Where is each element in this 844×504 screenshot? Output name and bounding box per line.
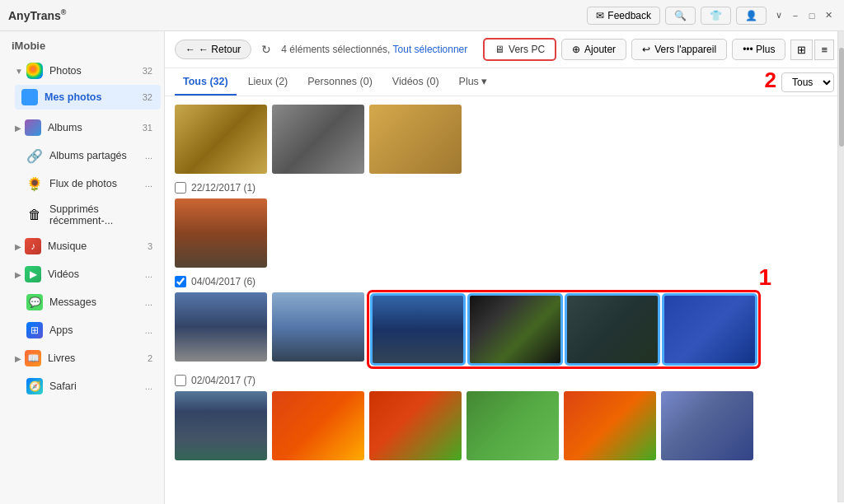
sidebar-item-safari[interactable]: 🧭 Safari ... (3, 373, 161, 399)
sidebar-item-mes-photos[interactable]: Mes photos 32 (15, 85, 161, 110)
expand-icon: ▶ (15, 242, 21, 251)
albums-icon (25, 119, 41, 136)
date-group-top (175, 105, 834, 174)
sidebar-item-label: Photos (49, 65, 139, 77)
tab-lieux[interactable]: Lieux (2) (240, 69, 297, 96)
sidebar-item-count: 2 (148, 353, 152, 363)
date-text: 04/04/2017 (6) (191, 276, 256, 287)
computer-icon: 🖥 (495, 44, 504, 55)
sidebar-item-albums[interactable]: ▶ Albums 31 (3, 114, 161, 141)
photo-thumb[interactable] (272, 105, 364, 174)
sidebar-item-musique[interactable]: ▶ ♪ Musique 3 (3, 233, 161, 259)
grid-icon: ⊞ (797, 44, 806, 56)
date-text: 22/12/2017 (1) (191, 182, 256, 194)
sidebar-item-label: Supprimés récemment-... (49, 203, 152, 226)
photo-thumb[interactable] (175, 105, 267, 174)
content-area: ← ← Retour ↻ 4 éléments sélectionnés, To… (165, 31, 844, 504)
date-checkbox[interactable] (175, 375, 186, 386)
date-label: 04/04/2017 (6) (175, 276, 834, 287)
photo-thumb-selected[interactable] (663, 295, 756, 364)
photo-thumb[interactable] (369, 105, 462, 174)
photo-thumb[interactable] (272, 292, 364, 362)
grid-view-button[interactable]: ⊞ (790, 40, 813, 60)
scrollbar-thumb (839, 48, 844, 147)
app-title: AnyTrans® (8, 8, 66, 22)
add-button[interactable]: ⊕ Ajouter (561, 39, 626, 60)
sidebar-item-livres[interactable]: ▶ 📖 Livres 2 (3, 345, 161, 371)
date-group-apr04-2017: 04/04/2017 (6) 1 (175, 276, 834, 366)
sidebar-item-count: ... (145, 269, 152, 279)
sidebar-item-videos[interactable]: ▶ ▶ Vidéos ... (3, 261, 161, 287)
expand-icon: ▼ (15, 67, 23, 76)
sidebar-item-apps[interactable]: ⊞ Apps ... (3, 317, 161, 343)
photo-thumb-selected[interactable] (372, 295, 464, 364)
chevron-down-btn[interactable]: ∨ (771, 8, 786, 23)
sidebar: iMobie ▼ Photos 32 Mes photos 32 ▶ Album… (0, 31, 165, 504)
title-bar: AnyTrans® ✉ Feedback 🔍 👕 👤 ∨ − □ ✕ (0, 0, 844, 31)
photo-row (175, 105, 834, 174)
expand-icon: ▶ (15, 354, 21, 363)
photo-thumb[interactable] (564, 391, 656, 460)
window-controls: ∨ − □ ✕ (771, 8, 836, 23)
photo-row (175, 391, 834, 460)
to-pc-button[interactable]: 🖥 Vers PC (483, 38, 556, 61)
view-toggle: ⊞ ≡ (790, 40, 834, 60)
messages-icon: 💬 (26, 294, 43, 310)
photo-thumb[interactable] (175, 292, 267, 362)
title-bar-right: ✉ Feedback 🔍 👕 👤 ∨ − □ ✕ (587, 7, 836, 25)
selection-info: 4 éléments sélectionnés, Tout sélectionn… (281, 44, 476, 55)
photo-thumb[interactable] (175, 198, 267, 268)
back-button[interactable]: ← ← Retour (175, 40, 251, 59)
tab-videos[interactable]: Vidéos (0) (384, 69, 448, 96)
maximize-button[interactable]: □ (804, 8, 819, 23)
back-label: ← Retour (199, 44, 241, 55)
sidebar-item-count: 32 (143, 66, 152, 76)
sidebar-item-count: ... (145, 325, 152, 335)
photo-thumb[interactable] (272, 391, 364, 460)
photos-icon (26, 63, 43, 79)
tab-tous[interactable]: Tous (32) (175, 69, 237, 96)
sidebar-item-label: Mes photos (45, 91, 139, 103)
date-label: 02/04/2017 (7) (175, 375, 834, 386)
tshirt-button[interactable]: 👕 (701, 7, 731, 25)
sidebar-item-label: Flux de photos (49, 178, 142, 189)
sidebar-item-label: Livres (48, 352, 144, 364)
minimize-button[interactable]: − (788, 8, 803, 23)
photo-grid-container[interactable]: 22/12/2017 (1) 04/04/2017 (6) 1 (165, 96, 844, 504)
list-view-button[interactable]: ≡ (814, 40, 834, 60)
photo-thumb[interactable] (467, 391, 559, 460)
scrollbar[interactable] (837, 31, 844, 502)
sidebar-item-label: Apps (49, 324, 142, 336)
safari-icon: 🧭 (26, 378, 43, 394)
photo-thumb[interactable] (175, 391, 267, 460)
tabs-right: 2 Tous (765, 69, 834, 95)
tab-plus[interactable]: Plus ▾ (451, 68, 496, 96)
date-label: 22/12/2017 (1) (175, 182, 834, 194)
feedback-button[interactable]: ✉ Feedback (587, 7, 660, 25)
close-button[interactable]: ✕ (821, 8, 836, 23)
sidebar-item-flux[interactable]: 🌻 Flux de photos ... (3, 170, 161, 197)
add-icon: ⊕ (572, 44, 580, 55)
expand-icon: ▶ (15, 270, 21, 279)
refresh-button[interactable]: ↻ (258, 40, 274, 59)
photo-thumb[interactable] (661, 391, 753, 460)
date-checkbox[interactable] (175, 182, 186, 194)
date-checkbox[interactable] (175, 276, 186, 287)
sidebar-item-photos[interactable]: ▼ Photos 32 (3, 58, 161, 84)
sidebar-item-messages[interactable]: 💬 Messages ... (3, 289, 161, 315)
select-all-link[interactable]: Tout sélectionner (393, 44, 468, 55)
photo-thumb-selected[interactable] (469, 295, 561, 364)
filter-select[interactable]: Tous (781, 72, 834, 92)
sidebar-item-supprimes[interactable]: 🗑 Supprimés récemment-... (3, 198, 161, 231)
to-device-button[interactable]: ↩ Vers l'appareil (631, 39, 727, 60)
user-button[interactable]: 👤 (736, 7, 767, 25)
myph-icon (21, 89, 38, 105)
main-layout: iMobie ▼ Photos 32 Mes photos 32 ▶ Album… (0, 31, 844, 504)
sidebar-item-albums-partages[interactable]: 🔗 Albums partagés ... (3, 142, 161, 169)
search-button[interactable]: 🔍 (665, 7, 696, 25)
photo-thumb-selected[interactable] (566, 295, 659, 364)
tab-personnes[interactable]: Personnes (0) (299, 69, 381, 96)
more-button[interactable]: ••• Plus (732, 39, 785, 60)
photo-thumb[interactable] (369, 391, 462, 460)
sidebar-brand: iMobie (0, 31, 164, 57)
